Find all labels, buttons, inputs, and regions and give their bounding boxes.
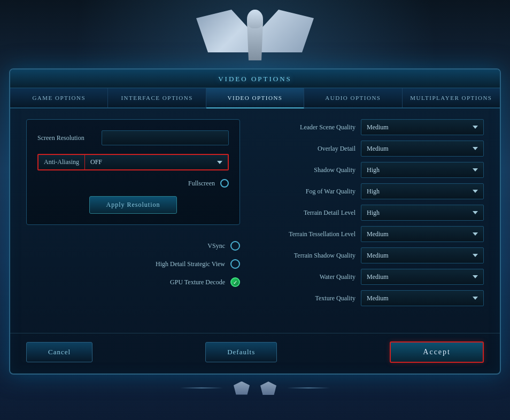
quality-value-4: High xyxy=(367,209,380,217)
content-area: Screen Resolution Anti-Aliasing OFF xyxy=(10,108,500,333)
quality-value-6: Medium xyxy=(367,252,389,260)
tab-video[interactable]: VIDEO OPTIONS xyxy=(206,88,304,108)
deco-line-right xyxy=(287,387,330,388)
tab-audio[interactable]: AUDIO OPTIONS xyxy=(304,88,402,107)
highdetail-checkbox[interactable] xyxy=(230,259,240,269)
deco-emblem-left-icon xyxy=(234,382,250,395)
antialiasing-label: Anti-Aliasing xyxy=(38,155,85,169)
dropdown-arrow-8-icon xyxy=(473,297,478,300)
quality-row-3: Fog of War Quality High xyxy=(261,183,484,199)
quality-label-4: Terrain Detail Level xyxy=(261,209,356,217)
quality-label-5: Terrain Tessellation Level xyxy=(261,230,356,238)
dropdown-arrow-7-icon xyxy=(473,275,478,278)
vsync-checkbox[interactable] xyxy=(230,241,240,251)
quality-value-5: Medium xyxy=(367,230,389,238)
highdetail-label: High Detail Strategic View xyxy=(156,260,225,268)
dropdown-arrow-0-icon xyxy=(473,126,478,129)
antialiasing-value: OFF xyxy=(90,158,102,166)
quality-value-1: Medium xyxy=(367,145,389,153)
gpu-checkbox[interactable] xyxy=(230,277,240,287)
vsync-row: VSync xyxy=(26,241,240,251)
tab-interface[interactable]: INTERFACE OPTIONS xyxy=(108,88,206,107)
quality-row-6: Terrain Shadow Quality Medium xyxy=(261,247,484,263)
deco-line-left xyxy=(180,387,223,388)
dropdown-arrow-4-icon xyxy=(473,211,478,214)
quality-value-2: High xyxy=(367,166,380,174)
cancel-button[interactable]: Cancel xyxy=(26,342,92,362)
main-container: VIDEO OPTIONS GAME OPTIONS INTERFACE OPT… xyxy=(0,0,510,420)
quality-dropdown-7[interactable]: Medium xyxy=(361,269,484,285)
statue-head-icon xyxy=(247,10,263,28)
dropdown-arrow-2-icon xyxy=(473,168,478,172)
quality-dropdown-0[interactable]: Medium xyxy=(361,119,484,135)
left-panel: Screen Resolution Anti-Aliasing OFF xyxy=(26,119,240,322)
bottom-decoration xyxy=(0,377,510,399)
resolution-row: Screen Resolution xyxy=(37,130,229,145)
defaults-button[interactable]: Defaults xyxy=(205,342,277,362)
quality-label-6: Terrain Shadow Quality xyxy=(261,252,356,260)
quality-value-7: Medium xyxy=(367,273,389,281)
quality-row-5: Terrain Tessellation Level Medium xyxy=(261,226,484,242)
quality-row-8: Texture Quality Medium xyxy=(261,290,484,306)
quality-dropdown-5[interactable]: Medium xyxy=(361,226,484,242)
right-panel: Leader Scene Quality Medium Overlay Deta… xyxy=(261,119,484,322)
quality-dropdown-3[interactable]: High xyxy=(361,183,484,199)
vsync-label: VSync xyxy=(207,242,225,250)
quality-value-3: High xyxy=(367,188,380,196)
quality-row-0: Leader Scene Quality Medium xyxy=(261,119,484,135)
window-title: VIDEO OPTIONS xyxy=(218,75,292,83)
dropdown-arrow-1-icon xyxy=(473,147,478,150)
quality-dropdown-6[interactable]: Medium xyxy=(361,247,484,263)
antialiasing-row[interactable]: Anti-Aliasing OFF xyxy=(37,154,229,170)
resolution-box: Screen Resolution Anti-Aliasing OFF xyxy=(26,119,240,225)
gpu-row: GPU Texture Decode xyxy=(26,277,240,287)
fullscreen-radio[interactable] xyxy=(220,179,229,188)
fullscreen-label: Fullscreen xyxy=(188,180,215,188)
accept-button[interactable]: Accept xyxy=(390,341,484,363)
quality-label-3: Fog of War Quality xyxy=(261,188,356,196)
quality-dropdown-8[interactable]: Medium xyxy=(361,290,484,306)
quality-label-2: Shadow Quality xyxy=(261,166,356,174)
dropdown-arrow-5-icon xyxy=(473,232,478,236)
antialiasing-arrow-icon xyxy=(217,161,222,164)
statue-area xyxy=(180,7,330,66)
quality-row-2: Shadow Quality High xyxy=(261,162,484,178)
highdetail-row: High Detail Strategic View xyxy=(26,259,240,269)
quality-label-1: Overlay Detail xyxy=(261,145,356,153)
bottom-bar: Cancel Defaults Accept xyxy=(10,333,500,374)
quality-dropdown-1[interactable]: Medium xyxy=(361,141,484,157)
resolution-input[interactable] xyxy=(102,130,229,145)
quality-value-8: Medium xyxy=(367,294,389,302)
quality-row-1: Overlay Detail Medium xyxy=(261,141,484,157)
fullscreen-row: Fullscreen xyxy=(37,179,229,188)
deco-emblem-center-icon xyxy=(260,382,276,395)
nav-tabs: GAME OPTIONS INTERFACE OPTIONS VIDEO OPT… xyxy=(10,88,500,108)
apply-resolution-button[interactable]: Apply Resolution xyxy=(89,196,176,214)
quality-value-0: Medium xyxy=(367,123,389,131)
quality-dropdown-4[interactable]: High xyxy=(361,205,484,221)
top-decoration xyxy=(0,4,510,68)
tab-game[interactable]: GAME OPTIONS xyxy=(10,88,108,107)
resolution-label: Screen Resolution xyxy=(37,134,96,142)
quality-label-7: Water Quality xyxy=(261,273,356,281)
gpu-label: GPU Texture Decode xyxy=(170,278,225,286)
checkbox-section: VSync High Detail Strategic View GPU Tex… xyxy=(26,236,240,301)
quality-row-7: Water Quality Medium xyxy=(261,269,484,285)
antialiasing-dropdown[interactable]: OFF xyxy=(85,155,228,169)
dropdown-arrow-3-icon xyxy=(473,190,478,193)
quality-label-8: Texture Quality xyxy=(261,294,356,302)
title-bar: VIDEO OPTIONS xyxy=(10,69,500,88)
tab-multiplayer[interactable]: MULTIPLAYER OPTIONS xyxy=(403,88,500,107)
dropdown-arrow-6-icon xyxy=(473,254,478,257)
quality-label-0: Leader Scene Quality xyxy=(261,123,356,131)
quality-dropdown-2[interactable]: High xyxy=(361,162,484,178)
main-panel: VIDEO OPTIONS GAME OPTIONS INTERFACE OPT… xyxy=(9,68,501,375)
quality-row-4: Terrain Detail Level High xyxy=(261,205,484,221)
